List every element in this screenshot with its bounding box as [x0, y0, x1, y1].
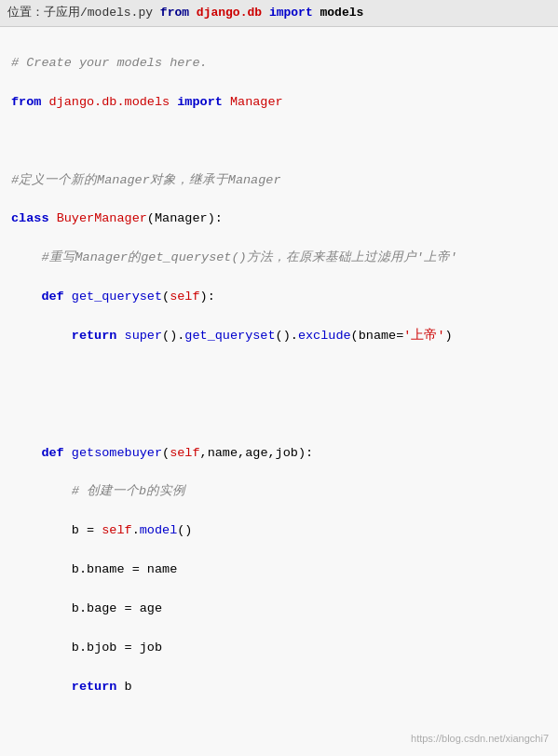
- line-4: #定义一个新的Manager对象，继承于Manager: [11, 171, 547, 191]
- header-space2: [262, 4, 269, 22]
- line-14: b.bname = name: [11, 560, 547, 580]
- line-16: b.bjob = job: [11, 639, 547, 658]
- line-5: class BuyerManager(Manager):: [11, 209, 547, 229]
- line-17: return b: [11, 678, 547, 697]
- header-models: models: [320, 4, 364, 22]
- header-space1: [189, 4, 197, 22]
- line-1: # Create your models here.: [11, 54, 547, 74]
- header-from: from: [160, 4, 189, 22]
- header-space3: [313, 4, 320, 22]
- line-9: [11, 366, 547, 385]
- line-12: # 创建一个b的实例: [11, 482, 547, 502]
- line-7: def get_queryset(self):: [11, 288, 547, 307]
- header-bar: 位置：子应用/models.py from django.db import m…: [0, 0, 558, 27]
- line-10: [11, 405, 547, 425]
- header-django-db: django.db: [197, 4, 262, 22]
- watermark: https://blog.csdn.net/xiangchi7: [411, 731, 549, 747]
- line-15: b.bage = age: [11, 600, 547, 619]
- line-2: from django.db.models import Manager: [11, 93, 547, 113]
- line-8: return super().get_queryset().exclude(bn…: [11, 327, 547, 346]
- code-area: # Create your models here. from django.d…: [0, 27, 558, 756]
- line-11: def getsomebuyer(self,name,age,job):: [11, 444, 547, 464]
- header-label: 位置：子应用/models.py: [7, 4, 160, 22]
- line-6: #重写Manager的get_queryset()方法，在原来基础上过滤用户'上…: [11, 249, 547, 268]
- line-13: b = self.model(): [11, 521, 547, 541]
- line-3: [11, 132, 547, 152]
- header-import: import: [269, 4, 313, 22]
